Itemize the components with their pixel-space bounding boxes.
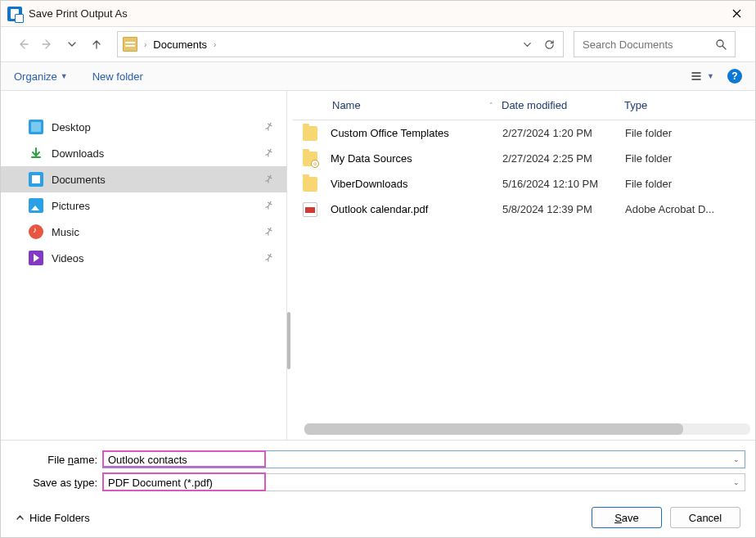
filetype-select[interactable]: PDF Document (*.pdf) ⌄	[102, 473, 745, 491]
folder-icon	[303, 177, 317, 192]
pin-icon	[261, 198, 276, 214]
sidebar: Desktop Downloads Documents Pictures Mus	[1, 91, 287, 440]
chevron-down-icon[interactable]: ⌄	[733, 455, 740, 463]
sidebar-item-music[interactable]: Music	[1, 219, 286, 245]
sidebar-item-pictures[interactable]: Pictures	[1, 192, 286, 219]
forward-button[interactable]	[35, 32, 60, 57]
desktop-icon	[29, 120, 43, 134]
filename-input[interactable]: Outlook contacts ⌄	[102, 450, 745, 468]
fields-area: File name: Outlook contacts ⌄ Save as ty…	[1, 441, 755, 498]
pin-icon	[261, 172, 276, 188]
file-row[interactable]: ⌾ My Data Sources 2/27/2024 2:25 PM File…	[293, 146, 755, 171]
sidebar-item-desktop[interactable]: Desktop	[1, 114, 286, 140]
folder-icon	[303, 126, 317, 141]
refresh-icon[interactable]	[544, 39, 555, 50]
file-list: Name ˄ Date modified Type Custom Office …	[293, 91, 755, 440]
address-bar[interactable]: › Documents ›	[117, 31, 564, 57]
window-title: Save Print Output As	[29, 7, 128, 20]
filetype-label: Save as type:	[11, 477, 102, 489]
chevron-down-icon[interactable]	[522, 39, 533, 50]
chevron-right-icon: ›	[212, 40, 218, 49]
footer: Hide Folders Save Cancel	[1, 498, 755, 537]
pin-icon	[261, 224, 276, 240]
folder-db-icon: ⌾	[303, 151, 317, 166]
nav-row: › Documents › Search Documents	[1, 27, 755, 61]
file-row[interactable]: Outlook calendar.pdf 5/8/2024 12:39 PM A…	[293, 197, 755, 222]
organize-button[interactable]: Organize▼	[14, 70, 68, 83]
documents-icon	[29, 172, 43, 187]
arrow-right-icon	[42, 38, 53, 50]
music-icon	[29, 224, 43, 239]
downloads-icon	[29, 146, 43, 160]
chevron-down-icon: ▼	[61, 72, 68, 80]
file-row[interactable]: ViberDownloads 5/16/2024 12:10 PM File f…	[293, 171, 755, 197]
column-name[interactable]: Name ˄	[293, 99, 502, 111]
view-options-button[interactable]: ▼	[691, 70, 714, 82]
search-icon	[715, 38, 727, 50]
filetype-row: Save as type: PDF Document (*.pdf) ⌄	[11, 472, 745, 493]
file-row[interactable]: Custom Office Templates 2/27/2024 1:20 P…	[293, 120, 755, 146]
pin-icon	[261, 251, 276, 266]
outlook-icon	[7, 7, 22, 21]
sidebar-item-videos[interactable]: Videos	[1, 245, 286, 271]
search-input[interactable]: Search Documents	[574, 31, 736, 57]
filename-row: File name: Outlook contacts ⌄	[11, 449, 745, 470]
videos-icon	[29, 251, 43, 265]
pin-icon	[261, 146, 276, 161]
help-button[interactable]: ?	[727, 69, 742, 84]
recent-button[interactable]	[60, 32, 84, 57]
list-view-icon	[691, 70, 702, 82]
column-type[interactable]: Type	[624, 99, 755, 111]
up-button[interactable]	[84, 32, 109, 57]
sidebar-item-documents[interactable]: Documents	[1, 166, 286, 192]
chevron-down-icon	[66, 38, 78, 50]
file-list-header: Name ˄ Date modified Type	[293, 91, 755, 120]
arrow-up-icon	[91, 38, 102, 50]
save-dialog: Save Print Output As › Documents ›	[0, 0, 756, 538]
pin-icon	[261, 120, 276, 135]
sort-indicator-icon: ˄	[489, 102, 493, 110]
arrow-left-icon	[17, 38, 29, 50]
sidebar-item-downloads[interactable]: Downloads	[1, 140, 286, 166]
search-placeholder: Search Documents	[583, 38, 673, 51]
splitter[interactable]	[287, 91, 293, 440]
chevron-down-icon: ▼	[707, 72, 714, 80]
chevron-right-icon: ›	[142, 40, 148, 49]
back-button[interactable]	[11, 32, 35, 57]
documents-icon	[123, 37, 137, 52]
close-icon	[732, 9, 741, 18]
pictures-icon	[29, 198, 43, 213]
pdf-icon	[303, 202, 317, 217]
close-button[interactable]	[718, 1, 755, 27]
chevron-up-icon	[16, 513, 25, 522]
save-button[interactable]: Save	[592, 507, 662, 528]
horizontal-scrollbar[interactable]	[304, 423, 750, 435]
address-folder: Documents	[153, 38, 207, 51]
toolbar: Organize▼ New folder ▼ ?	[1, 61, 755, 91]
hide-folders-button[interactable]: Hide Folders	[16, 512, 90, 524]
main-area: Desktop Downloads Documents Pictures Mus	[1, 91, 755, 441]
cancel-button[interactable]: Cancel	[670, 507, 740, 528]
column-date[interactable]: Date modified	[502, 99, 624, 111]
titlebar: Save Print Output As	[1, 1, 755, 27]
chevron-down-icon[interactable]: ⌄	[733, 478, 740, 486]
new-folder-button[interactable]: New folder	[92, 70, 143, 83]
filename-label: File name:	[11, 454, 102, 466]
